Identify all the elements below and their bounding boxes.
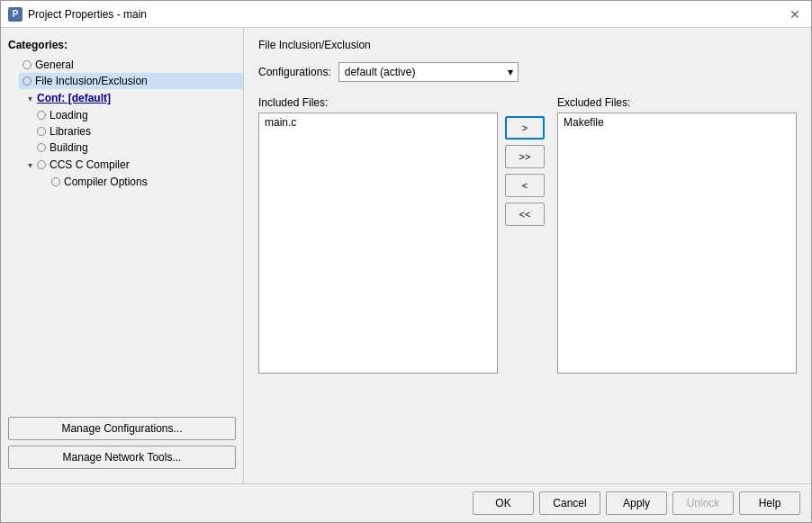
- main-content: Categories: General File Inclusion/Exclu…: [1, 28, 811, 483]
- sidebar-buttons: Manage Configurations... Manage Network …: [1, 410, 243, 476]
- panel-title: File Inclusion/Exclusion: [258, 39, 797, 51]
- sidebar-item-general[interactable]: General: [19, 57, 243, 73]
- included-files-listbox[interactable]: main.c: [258, 113, 498, 374]
- configurations-label: Configurations:: [258, 66, 331, 78]
- window-icon: P: [8, 7, 23, 22]
- sidebar-item-label: Libraries: [50, 125, 91, 138]
- circle-icon: [51, 177, 60, 186]
- list-item[interactable]: Makefile: [560, 115, 794, 130]
- circle-icon: [37, 111, 46, 120]
- help-button[interactable]: Help: [739, 491, 800, 515]
- move-all-left-button[interactable]: <<: [505, 203, 545, 226]
- sidebar-item-label: Loading: [50, 109, 88, 122]
- move-all-right-button[interactable]: >>: [505, 145, 545, 168]
- sidebar-item-label: Compiler Options: [64, 176, 148, 188]
- sidebar-item-compiler-options[interactable]: Compiler Options: [48, 174, 243, 190]
- circle-icon: [37, 143, 46, 152]
- sidebar-item-conf-default[interactable]: ▾ Conf: [default]: [19, 89, 243, 107]
- right-panel: File Inclusion/Exclusion Configurations:…: [244, 28, 811, 483]
- manage-configurations-button[interactable]: Manage Configurations...: [8, 417, 236, 440]
- list-item[interactable]: main.c: [261, 115, 495, 130]
- titlebar: P Project Properties - main ✕: [1, 1, 811, 28]
- arrows-column: > >> < <<: [505, 96, 550, 226]
- included-files-label: Included Files:: [258, 96, 498, 109]
- cancel-button[interactable]: Cancel: [539, 491, 600, 515]
- circle-icon: [23, 60, 32, 69]
- sidebar: Categories: General File Inclusion/Exclu…: [1, 28, 244, 483]
- files-section: Included Files: main.c > >> < << Exclude…: [258, 96, 797, 473]
- sidebar-item-libraries[interactable]: Libraries: [33, 123, 243, 140]
- sidebar-item-label: CCS C Compiler: [50, 158, 130, 171]
- excluded-files-label: Excluded Files:: [557, 96, 797, 109]
- circle-icon: [37, 160, 46, 169]
- sidebar-item-label: Conf: [default]: [37, 92, 111, 104]
- move-left-button[interactable]: <: [505, 174, 545, 197]
- sidebar-item-label: Building: [50, 141, 88, 154]
- circle-icon: [37, 127, 46, 136]
- expand-icon: ▾: [23, 158, 37, 172]
- excluded-files-column: Excluded Files: Makefile: [557, 96, 797, 374]
- circle-icon: [23, 77, 32, 86]
- sidebar-item-ccs-compiler[interactable]: ▾ CCS C Compiler: [19, 156, 243, 174]
- sidebar-item-file-inclusion[interactable]: File Inclusion/Exclusion: [19, 73, 243, 89]
- bottom-bar: OK Cancel Apply Unlock Help: [1, 483, 811, 522]
- close-button[interactable]: ✕: [786, 5, 804, 23]
- included-files-column: Included Files: main.c: [258, 96, 498, 374]
- expand-icon: ▾: [23, 91, 37, 105]
- sidebar-item-building[interactable]: Building: [33, 140, 243, 156]
- sidebar-item-label: General: [35, 59, 74, 71]
- sidebar-item-loading[interactable]: Loading: [33, 107, 243, 123]
- titlebar-left: P Project Properties - main: [8, 7, 147, 22]
- ok-button[interactable]: OK: [473, 491, 534, 515]
- configurations-select[interactable]: default (active) Release Debug: [338, 62, 519, 82]
- window-title: Project Properties - main: [28, 8, 147, 21]
- main-window: P Project Properties - main ✕ Categories…: [0, 0, 812, 523]
- manage-network-tools-button[interactable]: Manage Network Tools...: [8, 446, 236, 469]
- apply-button[interactable]: Apply: [606, 491, 667, 515]
- categories-header: Categories:: [1, 35, 243, 57]
- move-right-button[interactable]: >: [505, 116, 545, 140]
- excluded-files-listbox[interactable]: Makefile: [557, 113, 797, 374]
- configurations-select-wrapper: default (active) Release Debug: [338, 62, 519, 82]
- configurations-row: Configurations: default (active) Release…: [258, 62, 797, 82]
- unlock-button[interactable]: Unlock: [672, 491, 734, 515]
- sidebar-item-label: File Inclusion/Exclusion: [35, 75, 148, 87]
